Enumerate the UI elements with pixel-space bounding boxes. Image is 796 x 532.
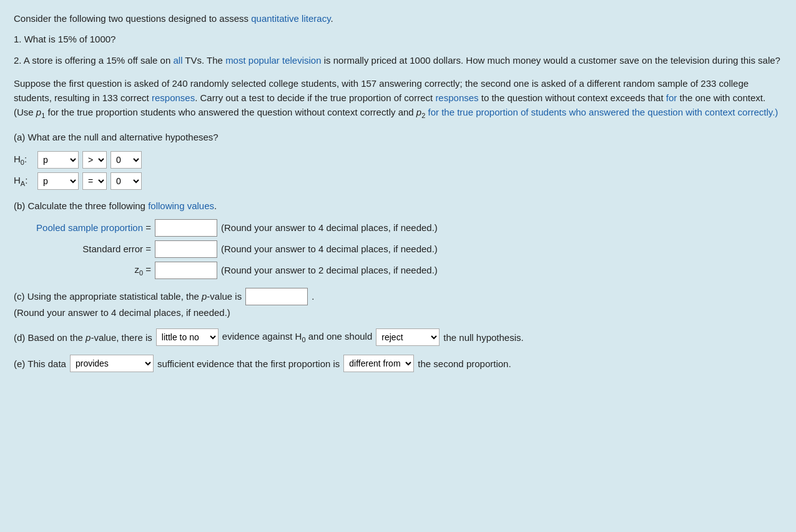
pooled-label: Pooled sample proportion = <box>14 222 151 233</box>
ha-variable-select[interactable]: p p1-p2 p1 p2 <box>37 172 79 190</box>
se-label: Standard error = <box>14 244 151 254</box>
quantitative-literacy-text: quantitative literacy <box>251 13 330 24</box>
part-d-section: (d) Based on the p-value, there is littl… <box>14 328 782 346</box>
responses-1: responses <box>152 92 195 103</box>
part-e-label-mid: sufficient evidence that the first propo… <box>157 358 340 369</box>
se-input[interactable] <box>155 240 217 258</box>
pooled-input[interactable] <box>155 219 217 237</box>
part-e-row: (e) This data provides does not provide … <box>14 355 782 372</box>
se-row: Standard error = (Round your answer to 4… <box>14 240 782 258</box>
h0-operator-select[interactable]: > < = ≠ <box>82 151 107 169</box>
part-a-label: (a) What are the null and alternative hy… <box>14 130 782 144</box>
part-b-values: following values <box>148 200 214 211</box>
q2-all: all <box>173 55 182 66</box>
se-hint: (Round your answer to 4 decimal places, … <box>221 244 438 254</box>
part-a-section: (a) What are the null and alternative hy… <box>14 130 782 189</box>
part-e-label-start: (e) This data <box>14 358 66 369</box>
part-d-label-mid: evidence against H0 and one should <box>222 331 372 343</box>
for-text: for <box>666 92 677 103</box>
responses-2: responses <box>435 92 478 103</box>
part-e-comparison-select[interactable]: different from greater than less than eq… <box>343 355 414 372</box>
part-e-provides-select[interactable]: provides does not provide <box>70 355 154 372</box>
h0-label: H0: <box>14 154 34 166</box>
pooled-row: Pooled sample proportion = (Round your a… <box>14 219 782 237</box>
ha-row: HA: p p1-p2 p1 p2 = > < ≠ 0 0.1 0.5 <box>14 172 782 190</box>
intro-section: Consider the following two questions des… <box>14 11 782 67</box>
period: . <box>312 291 314 302</box>
part-d-reject-select[interactable]: reject fail to reject <box>376 328 440 346</box>
question-1: 1. What is 15% of 1000? <box>14 32 782 46</box>
ha-value-select[interactable]: 0 0.1 0.5 <box>111 172 142 190</box>
z0-hint: (Round your answer to 2 decimal places, … <box>221 265 438 275</box>
h0-variable-select[interactable]: p p1-p2 p1 p2 <box>37 151 79 169</box>
suppose-section: Suppose the first question is asked of 2… <box>14 76 782 122</box>
intro-line1: Consider the following two questions des… <box>14 11 782 26</box>
part-e-label-end: the second proportion. <box>418 358 511 369</box>
part-c-section: (c) Using the appropriate statistical ta… <box>14 288 782 320</box>
suppose-text: Suppose the first question is asked of 2… <box>14 76 782 122</box>
part-e-section: (e) This data provides does not provide … <box>14 355 782 372</box>
pooled-hint: (Round your answer to 4 decimal places, … <box>221 222 438 233</box>
q2-popular: most popular television <box>225 55 321 66</box>
part-c-hint: (Round your answer to 4 decimal places, … <box>14 305 782 320</box>
part-c-row: (c) Using the appropriate statistical ta… <box>14 288 782 305</box>
pval-input[interactable] <box>245 288 308 305</box>
h0-value-select[interactable]: 0 0.1 0.5 <box>111 151 142 169</box>
part-d-label-end: the null hypothesis. <box>443 332 523 343</box>
part-d-row: (d) Based on the p-value, there is littl… <box>14 328 782 346</box>
question-2: 2. A store is offering a 15% off sale on… <box>14 53 782 67</box>
part-d-label-start: (d) Based on the p-value, there is <box>14 332 152 343</box>
z0-label: z0 = <box>14 264 151 277</box>
p2-clause: for the true proportion of students who … <box>428 107 778 117</box>
part-c-label: (c) Using the appropriate statistical ta… <box>14 291 242 302</box>
ha-operator-select[interactable]: = > < ≠ <box>82 172 107 190</box>
part-b-section: (b) Calculate the three following follow… <box>14 199 782 279</box>
part-b-label: (b) Calculate the three following follow… <box>14 199 782 213</box>
h0-row: H0: p p1-p2 p1 p2 > < = ≠ 0 0.1 0.5 <box>14 151 782 169</box>
z0-row: z0 = (Round your answer to 2 decimal pla… <box>14 262 782 279</box>
z0-input[interactable] <box>155 262 217 279</box>
part-d-evidence-select[interactable]: little to no some strong very strong <box>156 328 219 346</box>
ha-label: HA: <box>14 175 34 187</box>
